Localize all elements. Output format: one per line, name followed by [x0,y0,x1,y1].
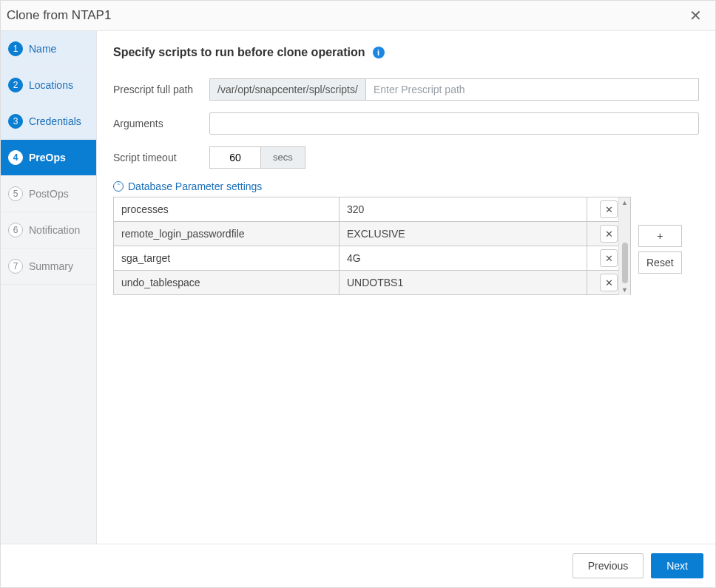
db-params-label: Database Parameter settings [128,180,262,192]
clone-wizard-dialog: Clone from NTAP1 ✕ 1 Name 2 Locations 3 … [0,0,716,588]
timeout-label: Script timeout [113,152,209,163]
scroll-thumb[interactable] [622,243,628,283]
step-number: 1 [8,41,23,56]
step-number: 3 [8,114,23,129]
step-summary[interactable]: 7 Summary [1,249,96,285]
step-label: Notification [29,224,80,236]
step-label: Summary [29,260,73,272]
previous-button[interactable]: Previous [573,553,644,578]
step-label: Credentials [29,115,81,127]
delete-row-button[interactable]: ✕ [600,225,618,243]
step-label: PreOps [29,152,66,163]
timeout-input[interactable] [209,146,261,169]
add-param-button[interactable]: + [638,225,682,247]
step-number: 2 [8,78,23,92]
main-panel: Specify scripts to run before clone oper… [97,31,715,544]
prescript-prefix: /var/opt/snapcenter/spl/scripts/ [210,79,366,100]
prescript-input[interactable] [366,79,698,100]
row-arguments: Arguments [113,112,699,135]
step-number: 4 [8,150,23,165]
step-credentials[interactable]: 3 Credentials [1,104,96,140]
chevron-up-icon: ˄ [113,181,124,192]
param-name[interactable]: sga_target [114,246,340,270]
arguments-input[interactable] [209,112,699,135]
arguments-label: Arguments [113,118,209,129]
table-row: processes 320 ✕ [114,197,630,222]
params-side-buttons: + Reset [638,225,682,274]
step-name[interactable]: 1 Name [1,31,96,67]
param-value[interactable]: 4G [340,246,587,270]
step-number: 7 [8,259,23,274]
table-scrollbar[interactable]: ▲ ▼ [618,197,630,295]
step-label: Locations [29,79,73,91]
step-number: 6 [8,223,23,237]
step-label: Name [29,43,56,55]
timeout-unit: secs [261,146,305,169]
reset-params-button[interactable]: Reset [638,251,682,274]
row-prescript: Prescript full path /var/opt/snapcenter/… [113,78,699,101]
step-label: PostOps [29,188,69,200]
table-row: undo_tablespace UNDOTBS1 ✕ [114,271,630,295]
heading-text: Specify scripts to run before clone oper… [113,46,365,59]
row-timeout: Script timeout secs [113,146,699,169]
param-name[interactable]: remote_login_passwordfile [114,222,340,246]
scroll-down-icon[interactable]: ▼ [621,285,628,295]
db-params-toggle[interactable]: ˄ Database Parameter settings [113,180,699,192]
timeout-group: secs [209,146,699,169]
dialog-title: Clone from NTAP1 [7,8,111,23]
titlebar: Clone from NTAP1 ✕ [1,1,715,31]
step-preops[interactable]: 4 PreOps [1,140,96,176]
close-icon[interactable]: ✕ [686,7,705,24]
param-name[interactable]: undo_tablespace [114,271,340,294]
step-number: 5 [8,186,23,201]
prescript-path-group: /var/opt/snapcenter/spl/scripts/ [209,78,699,101]
info-icon[interactable]: i [373,47,385,58]
scroll-up-icon[interactable]: ▲ [621,197,628,208]
delete-row-button[interactable]: ✕ [600,249,618,267]
step-notification[interactable]: 6 Notification [1,212,96,249]
param-value[interactable]: UNDOTBS1 [340,271,587,294]
param-value[interactable]: 320 [340,197,587,221]
db-params-table: processes 320 ✕ remote_login_passwordfil… [113,197,631,295]
prescript-label: Prescript full path [113,84,209,95]
param-value[interactable]: EXCLUSIVE [340,222,587,246]
next-button[interactable]: Next [651,553,703,578]
page-heading: Specify scripts to run before clone oper… [113,46,699,59]
table-row: remote_login_passwordfile EXCLUSIVE ✕ [114,222,630,246]
db-params-section: processes 320 ✕ remote_login_passwordfil… [113,197,699,295]
param-name[interactable]: processes [114,197,340,221]
delete-row-button[interactable]: ✕ [600,274,618,291]
step-locations[interactable]: 2 Locations [1,67,96,104]
dialog-body: 1 Name 2 Locations 3 Credentials 4 PreOp… [1,31,715,544]
dialog-footer: Previous Next [1,544,715,587]
table-row: sga_target 4G ✕ [114,246,630,271]
delete-row-button[interactable]: ✕ [600,200,618,218]
wizard-sidebar: 1 Name 2 Locations 3 Credentials 4 PreOp… [1,31,97,544]
step-postops[interactable]: 5 PostOps [1,176,96,212]
